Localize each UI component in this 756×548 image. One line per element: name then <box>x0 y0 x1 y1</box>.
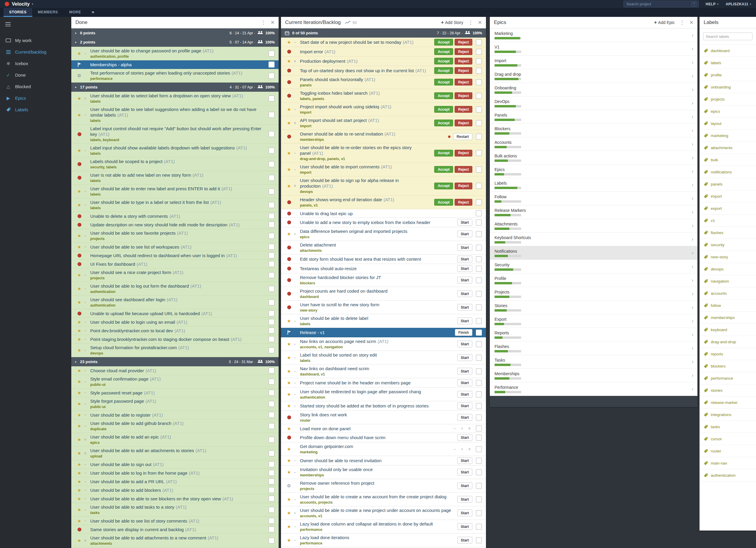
start-button[interactable]: Start <box>457 523 472 530</box>
reject-button[interactable]: Reject <box>455 182 472 189</box>
start-button[interactable]: Start <box>457 318 472 324</box>
story-checkbox[interactable] <box>476 106 482 112</box>
story-row[interactable]: ★ – User should be able to see list of s… <box>71 517 279 525</box>
accept-button[interactable]: Accept <box>434 199 453 206</box>
story-checkbox[interactable] <box>269 479 274 484</box>
story-checkbox[interactable] <box>476 355 482 361</box>
kebab-menu-icon[interactable]: ⋮ <box>468 20 473 25</box>
story-row[interactable]: Edit story form should have text area th… <box>281 254 486 264</box>
start-button[interactable]: Start <box>457 341 472 348</box>
story-row[interactable]: ★ – Nav links on dashboard need scrim da… <box>281 365 486 378</box>
chevron-right-icon[interactable]: › <box>692 87 693 92</box>
story-row[interactable]: ★ – Setup cloud formation for pivotaltra… <box>71 344 279 357</box>
collapse-sidebar-icon[interactable] <box>5 22 11 26</box>
story-row[interactable]: ★ – User should be able to see list of w… <box>71 242 279 251</box>
story-labels[interactable]: memberships <box>300 137 445 142</box>
story-labels[interactable]: drag-and-drop, panels, v1 <box>300 156 431 161</box>
chevron-right-icon[interactable]: › <box>692 223 693 228</box>
story-checkbox[interactable] <box>269 62 274 67</box>
story-checkbox[interactable] <box>269 202 274 208</box>
story-labels[interactable]: tasks <box>90 510 262 515</box>
story-row[interactable]: ★ – User should be redirected to login p… <box>281 388 486 401</box>
story-labels[interactable]: upload <box>90 454 262 459</box>
story-row[interactable]: Profile down down menu should have scrim… <box>281 433 486 442</box>
story-checkbox[interactable] <box>269 450 274 456</box>
story-row[interactable]: Delete attachment attachments Start <box>281 241 486 254</box>
story-row[interactable]: ★ ≡ User should be able to add an attach… <box>71 447 279 460</box>
accept-button[interactable]: Accept <box>434 106 453 113</box>
story-checkbox[interactable] <box>476 277 482 283</box>
chevron-right-icon[interactable]: › <box>692 373 693 378</box>
epic-row[interactable]: Release Markers › <box>490 205 697 219</box>
story-checkbox[interactable] <box>269 507 274 513</box>
story-row[interactable]: Unable to delete a story with comments(A… <box>71 212 279 220</box>
story-row[interactable]: ★ – Started story should be added at the… <box>281 401 486 411</box>
story-row[interactable]: ★ – Point dev.brooklyntracker.com to loc… <box>71 327 279 335</box>
start-button[interactable]: Start <box>457 510 472 516</box>
story-checkbox[interactable] <box>269 437 274 443</box>
accept-button[interactable]: Accept <box>434 48 453 55</box>
chevron-right-icon[interactable]: › <box>692 46 693 51</box>
story-labels[interactable]: import <box>300 170 431 175</box>
story-row[interactable]: ★ – Project import should work using sid… <box>281 103 486 116</box>
restart-button[interactable]: Restart <box>453 133 472 140</box>
story-row[interactable]: User have to scroll to the new story for… <box>281 301 486 314</box>
label-item[interactable]: profile <box>700 69 756 81</box>
story-row[interactable]: ★ ≡ User should be able to sign up for a… <box>281 176 486 195</box>
story-labels[interactable]: devops <box>300 189 431 194</box>
label-item[interactable]: follow <box>700 300 756 312</box>
story-labels[interactable]: accounts, v1, navigation <box>300 345 454 350</box>
story-checkbox[interactable] <box>269 526 274 532</box>
story-labels[interactable]: devops <box>90 351 262 356</box>
story-labels[interactable]: authentication <box>300 395 454 400</box>
start-button[interactable]: Start <box>457 368 472 375</box>
label-item[interactable]: accounts <box>700 287 756 300</box>
epic-row[interactable]: Performance › <box>490 382 697 396</box>
story-row[interactable]: ★ – Choose cloud mail provider(AT1) <box>71 366 279 375</box>
project-search[interactable]: ? <box>623 1 699 7</box>
label-item[interactable]: cursor <box>700 433 756 445</box>
story-labels[interactable]: attachments <box>90 541 262 546</box>
label-item[interactable]: flashes <box>700 227 756 239</box>
story-checkbox[interactable] <box>476 266 482 271</box>
story-checkbox[interactable] <box>476 318 482 324</box>
story-row[interactable]: ★ – User should be able to re-order stor… <box>281 143 486 163</box>
story-checkbox[interactable] <box>269 368 274 374</box>
story-checkbox[interactable] <box>269 311 274 316</box>
epic-row[interactable]: Export › <box>490 314 697 328</box>
story-checkbox[interactable] <box>476 426 482 431</box>
sidebar-item-current-backlog[interactable]: Current/backlog <box>0 46 71 58</box>
story-checkbox[interactable] <box>476 219 482 225</box>
story-labels[interactable]: attachments <box>300 248 454 253</box>
sidebar-item-my-work[interactable]: My work <box>0 35 71 46</box>
story-checkbox[interactable] <box>269 131 274 137</box>
story-row[interactable]: Header shows wrong end of iteration date… <box>281 195 486 209</box>
story-labels[interactable]: epics <box>300 235 454 239</box>
story-checkbox[interactable] <box>269 300 274 306</box>
story-row[interactable]: Label input control should not require "… <box>71 124 279 144</box>
story-row[interactable]: ★ – Label list should be sorted on story… <box>281 351 486 365</box>
reject-button[interactable]: Reject <box>455 119 472 126</box>
caret-icon[interactable]: ▸ <box>75 40 77 44</box>
story-checkbox[interactable] <box>269 221 274 227</box>
label-item[interactable]: blockers <box>700 360 756 372</box>
story-checkbox[interactable] <box>269 175 274 181</box>
story-checkbox[interactable] <box>269 496 274 502</box>
estimate-option-2[interactable]: = <box>459 426 465 431</box>
story-checkbox[interactable] <box>269 112 274 118</box>
start-button[interactable]: Start <box>457 469 472 476</box>
story-checkbox[interactable] <box>476 256 482 262</box>
epic-row[interactable]: Panels › <box>490 110 697 124</box>
story-checkbox[interactable] <box>476 415 482 421</box>
epic-row[interactable]: Follow › <box>490 192 697 205</box>
start-button[interactable]: Start <box>457 277 472 284</box>
label-item[interactable]: panels <box>700 178 756 190</box>
story-checkbox[interactable] <box>476 231 482 237</box>
label-item[interactable]: labels <box>700 57 756 69</box>
chevron-right-icon[interactable]: › <box>692 387 693 392</box>
reject-button[interactable]: Reject <box>455 92 472 99</box>
reject-button[interactable]: Reject <box>455 166 472 173</box>
label-item[interactable]: export <box>700 202 756 214</box>
story-row[interactable]: ★ = Data difference between original and… <box>281 227 486 241</box>
start-button[interactable]: Start <box>457 537 472 544</box>
